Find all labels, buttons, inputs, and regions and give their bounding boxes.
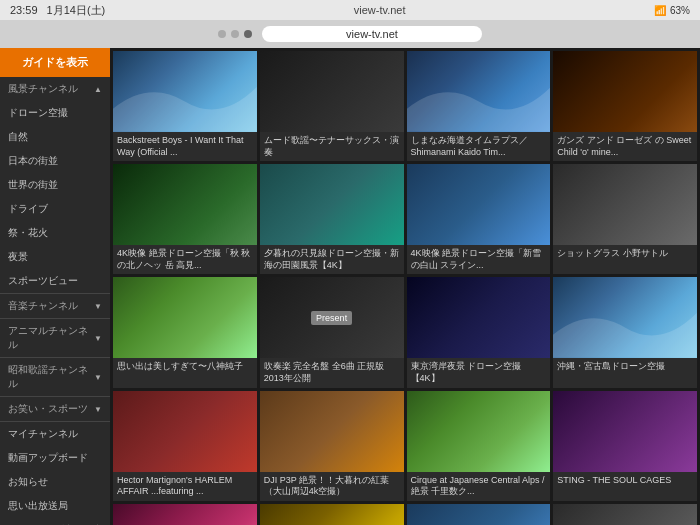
sidebar-item-upload[interactable]: 動画アップボード (0, 446, 110, 470)
video-title-6: 4K映像 絶景ドローン空撮「新雪の白山 スライン... (407, 245, 551, 274)
video-card-7[interactable]: ショットグラス 小野サトル (553, 164, 697, 274)
video-card-10[interactable]: 東京湾岸夜景 ドローン空撮【4K】 (407, 277, 551, 387)
video-title-1: ムード歌謡〜テナーサックス・演奏 (260, 132, 404, 161)
collapse-animal-icon: ▼ (94, 334, 102, 343)
battery-icon: 63% (670, 5, 690, 16)
video-card-1[interactable]: ムード歌謡〜テナーサックス・演奏 (260, 51, 404, 161)
sidebar-item-sports-view[interactable]: スポーツビュー (0, 269, 110, 293)
wifi-icon: 📶 (654, 5, 666, 16)
sidebar-section-landscape: 風景チャンネル ▲ ドローン空撮 自然 日本の街並 世界の街並 ドライブ 祭・花… (0, 77, 110, 294)
sidebar-section-showa: 昭和歌謡チャンネル ▼ (0, 358, 110, 397)
sidebar-section-animal: アニマルチャンネル ▼ (0, 319, 110, 358)
content-area[interactable]: Backstreet Boys - I Want It That Way (Of… (110, 48, 700, 525)
video-card-5[interactable]: 夕暮れの只見線ドローン空撮・新海の田園風景【4K】 (260, 164, 404, 274)
video-title-4: 4K映像 絶景ドローン空撮「秋 秋の北ノヘッ 岳 高見... (113, 245, 257, 274)
collapse-icon: ▲ (94, 85, 102, 94)
video-title-5: 夕暮れの只見線ドローン空撮・新海の田園風景【4K】 (260, 245, 404, 274)
sidebar-item-nature[interactable]: 自然 (0, 125, 110, 149)
video-card-0[interactable]: Backstreet Boys - I Want It That Way (Of… (113, 51, 257, 161)
sidebar-item-memory[interactable]: 思い出放送局 (0, 494, 110, 518)
video-grid: Backstreet Boys - I Want It That Way (Of… (110, 48, 700, 525)
status-right: 📶 63% (654, 5, 690, 16)
video-title-3: ガンズ アンド ローゼズ の Sweet Child 'o' mine... (553, 132, 697, 161)
video-card-9[interactable]: Present吹奏楽 完全名盤 全6曲 正規版 2013年公開 (260, 277, 404, 387)
sidebar-item-mychannel[interactable]: マイチャンネル (0, 422, 110, 446)
collapse-showa-icon: ▼ (94, 373, 102, 382)
collapse-variety-icon: ▼ (94, 405, 102, 414)
sidebar-section-music: 音楽チャンネル ▼ (0, 294, 110, 319)
video-card-3[interactable]: ガンズ アンド ローゼズ の Sweet Child 'o' mine... (553, 51, 697, 161)
video-card-16[interactable]: 天空を彩るポピー・集落のポピー ～2014... (113, 504, 257, 525)
url-bar[interactable]: view-tv.net (262, 26, 482, 42)
video-title-15: STING - THE SOUL CAGES (553, 472, 697, 500)
sidebar-section-header-music[interactable]: 音楽チャンネル ▼ (0, 294, 110, 318)
video-title-14: Cirque at Japanese Central Alps /絶景 千里数ク… (407, 472, 551, 501)
video-card-17[interactable]: 【絶景】ひまわり25里あふらの山中山 ひまわり団... (260, 504, 404, 525)
video-card-2[interactable]: しまなみ海道タイムラプス／Shimanami Kaido Tim... (407, 51, 551, 161)
video-title-9: 吹奏楽 完全名盤 全6曲 正規版 2013年公開 (260, 358, 404, 387)
sidebar-item-night[interactable]: 夜景 (0, 245, 110, 269)
video-title-13: DJI P3P 絶景！！大暮れの紅葉（大山周辺4k空撮） (260, 472, 404, 501)
tab-dot-1 (218, 30, 226, 38)
sidebar-item-drive[interactable]: ドライブ (0, 197, 110, 221)
video-card-12[interactable]: Hector Martignon's HARLEM AFFAIR ...feat… (113, 391, 257, 501)
sidebar-item-world-street[interactable]: 世界の街並 (0, 173, 110, 197)
video-card-4[interactable]: 4K4K映像 絶景ドローン空撮「秋 秋の北ノヘッ 岳 高見... (113, 164, 257, 274)
video-card-13[interactable]: DJI P3P 絶景！！大暮れの紅葉（大山周辺4k空撮） (260, 391, 404, 501)
video-title-0: Backstreet Boys - I Want It That Way (Of… (113, 132, 257, 161)
main-layout: ガイドを表示 風景チャンネル ▲ ドローン空撮 自然 日本の街並 世界の街並 ド… (0, 48, 700, 525)
tab-dot-2 (231, 30, 239, 38)
sidebar-section-header-landscape[interactable]: 風景チャンネル ▲ (0, 77, 110, 101)
sidebar-item-festival[interactable]: 祭・花火 (0, 221, 110, 245)
video-title-8: 思い出は美しすぎて〜八神純子 (113, 358, 257, 386)
video-title-11: 沖縄・宮古島ドローン空撮 (553, 358, 697, 386)
video-card-8[interactable]: 思い出は美しすぎて〜八神純子 (113, 277, 257, 387)
status-bar: 23:59 1月14日(土) view-tv.net 📶 63% (0, 0, 700, 20)
collapse-music-icon: ▼ (94, 302, 102, 311)
video-card-19[interactable]: 【空撮】雲海の中ラビオの道 vol 2 阿蘇... (553, 504, 697, 525)
tab-dots (218, 30, 252, 38)
tab-dot-3 (244, 30, 252, 38)
sidebar-section-header-variety[interactable]: お笑い・スポーツ ▼ (0, 397, 110, 421)
video-card-14[interactable]: 4KCirque at Japanese Central Alps /絶景 千里… (407, 391, 551, 501)
sidebar-section-variety: お笑い・スポーツ ▼ (0, 397, 110, 422)
sidebar-section-header-showa[interactable]: 昭和歌謡チャンネル ▼ (0, 358, 110, 396)
video-card-11[interactable]: 沖縄・宮古島ドローン空撮 (553, 277, 697, 387)
sidebar-section-header-animal[interactable]: アニマルチャンネル ▼ (0, 319, 110, 357)
video-title-2: しまなみ海道タイムラプス／Shimanami Kaido Tim... (407, 132, 551, 161)
sidebar-item-japan-street[interactable]: 日本の街並 (0, 149, 110, 173)
sidebar-footer: このサイトは以下のブラウザ (0, 518, 110, 525)
guide-button[interactable]: ガイドを表示 (0, 48, 110, 77)
sidebar: ガイドを表示 風景チャンネル ▲ ドローン空撮 自然 日本の街並 世界の街並 ド… (0, 48, 110, 525)
sidebar-item-notice[interactable]: お知らせ (0, 470, 110, 494)
sidebar-item-drone[interactable]: ドローン空撮 (0, 101, 110, 125)
video-card-15[interactable]: STING - THE SOUL CAGES (553, 391, 697, 501)
video-card-18[interactable]: 【絶景】4K 天草の天然記念物 妙見岳見 【... (407, 504, 551, 525)
status-time: 23:59 1月14日(土) (10, 3, 105, 18)
status-center: view-tv.net (354, 4, 406, 16)
video-title-12: Hector Martignon's HARLEM AFFAIR ...feat… (113, 472, 257, 501)
video-card-6[interactable]: 4K4K映像 絶景ドローン空撮「新雪の白山 スライン... (407, 164, 551, 274)
video-title-7: ショットグラス 小野サトル (553, 245, 697, 273)
video-title-10: 東京湾岸夜景 ドローン空撮【4K】 (407, 358, 551, 387)
tab-bar: view-tv.net (0, 20, 700, 48)
